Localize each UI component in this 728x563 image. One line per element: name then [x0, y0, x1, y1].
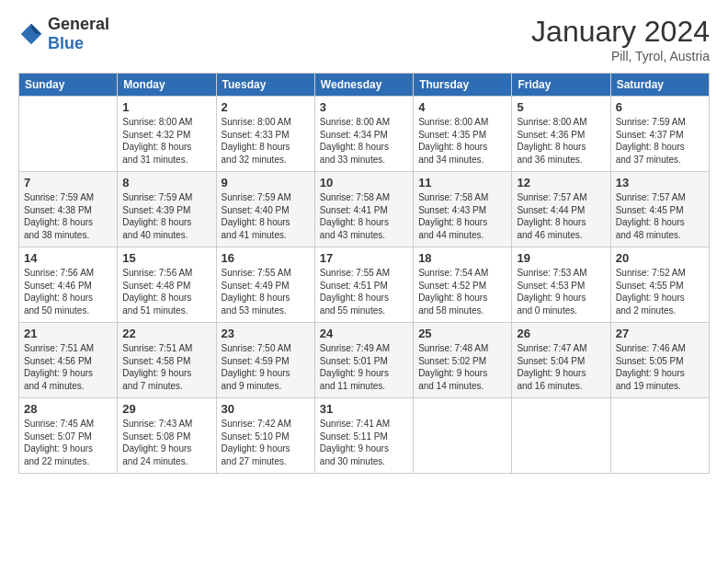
page: General Blue January 2024 Pill, Tyrol, A…: [0, 0, 728, 483]
day-info: Sunrise: 7:48 AM Sunset: 5:02 PM Dayligh…: [418, 342, 506, 392]
week-row-1: 1Sunrise: 8:00 AM Sunset: 4:32 PM Daylig…: [19, 97, 710, 172]
day-number: 9: [222, 176, 310, 190]
day-info: Sunrise: 7:51 AM Sunset: 4:56 PM Dayligh…: [24, 342, 112, 392]
day-cell: 9Sunrise: 7:59 AM Sunset: 4:40 PM Daylig…: [216, 172, 314, 247]
day-number: 24: [320, 327, 408, 340]
calendar-header-row: SundayMondayTuesdayWednesdayThursdayFrid…: [19, 74, 710, 97]
day-cell: [610, 398, 709, 474]
day-info: Sunrise: 7:45 AM Sunset: 5:07 PM Dayligh…: [24, 418, 112, 467]
day-cell: 25Sunrise: 7:48 AM Sunset: 5:02 PM Dayli…: [414, 323, 512, 398]
day-cell: 20Sunrise: 7:52 AM Sunset: 4:55 PM Dayli…: [610, 247, 709, 323]
day-info: Sunrise: 7:51 AM Sunset: 4:58 PM Dayligh…: [122, 342, 210, 392]
day-info: Sunrise: 7:59 AM Sunset: 4:39 PM Dayligh…: [122, 191, 210, 241]
day-number: 4: [418, 100, 506, 114]
day-cell: 13Sunrise: 7:57 AM Sunset: 4:45 PM Dayli…: [610, 172, 709, 247]
day-info: Sunrise: 8:00 AM Sunset: 4:33 PM Dayligh…: [222, 116, 310, 166]
day-number: 3: [320, 100, 408, 114]
day-cell: 15Sunrise: 7:56 AM Sunset: 4:48 PM Dayli…: [118, 247, 216, 323]
day-cell: 23Sunrise: 7:50 AM Sunset: 4:59 PM Dayli…: [216, 323, 314, 398]
day-cell: 3Sunrise: 8:00 AM Sunset: 4:34 PM Daylig…: [314, 97, 413, 172]
col-header-thursday: Thursday: [414, 74, 512, 97]
day-number: 19: [517, 251, 605, 265]
col-header-monday: Monday: [118, 74, 216, 97]
day-info: Sunrise: 7:41 AM Sunset: 5:11 PM Dayligh…: [320, 418, 408, 467]
week-row-3: 14Sunrise: 7:56 AM Sunset: 4:46 PM Dayli…: [19, 247, 710, 323]
day-cell: [512, 398, 610, 474]
day-number: 6: [616, 100, 704, 114]
day-cell: 28Sunrise: 7:45 AM Sunset: 5:07 PM Dayli…: [19, 398, 118, 474]
col-header-saturday: Saturday: [610, 74, 709, 97]
day-number: 31: [320, 402, 408, 416]
day-info: Sunrise: 7:58 AM Sunset: 4:41 PM Dayligh…: [320, 191, 408, 241]
day-info: Sunrise: 7:57 AM Sunset: 4:45 PM Dayligh…: [616, 191, 704, 241]
day-info: Sunrise: 7:56 AM Sunset: 4:46 PM Dayligh…: [24, 267, 112, 316]
day-number: 18: [418, 251, 506, 265]
day-info: Sunrise: 7:50 AM Sunset: 4:59 PM Dayligh…: [222, 342, 310, 392]
day-number: 21: [24, 327, 112, 340]
day-number: 25: [418, 327, 506, 340]
day-cell: 6Sunrise: 7:59 AM Sunset: 4:37 PM Daylig…: [610, 97, 709, 172]
week-row-4: 21Sunrise: 7:51 AM Sunset: 4:56 PM Dayli…: [19, 323, 710, 398]
col-header-tuesday: Tuesday: [216, 74, 314, 97]
day-number: 27: [616, 327, 704, 340]
calendar-table: SundayMondayTuesdayWednesdayThursdayFrid…: [18, 73, 710, 474]
day-info: Sunrise: 7:47 AM Sunset: 5:04 PM Dayligh…: [517, 342, 605, 392]
day-cell: [414, 398, 512, 474]
day-cell: 31Sunrise: 7:41 AM Sunset: 5:11 PM Dayli…: [314, 398, 413, 474]
day-info: Sunrise: 7:59 AM Sunset: 4:38 PM Dayligh…: [24, 191, 112, 241]
day-info: Sunrise: 7:52 AM Sunset: 4:55 PM Dayligh…: [616, 267, 704, 316]
title-block: January 2024 Pill, Tyrol, Austria: [531, 15, 710, 63]
day-cell: 19Sunrise: 7:53 AM Sunset: 4:53 PM Dayli…: [512, 247, 610, 323]
day-cell: 14Sunrise: 7:56 AM Sunset: 4:46 PM Dayli…: [19, 247, 118, 323]
day-cell: 22Sunrise: 7:51 AM Sunset: 4:58 PM Dayli…: [118, 323, 216, 398]
day-info: Sunrise: 7:55 AM Sunset: 4:51 PM Dayligh…: [320, 267, 408, 316]
day-cell: 8Sunrise: 7:59 AM Sunset: 4:39 PM Daylig…: [118, 172, 216, 247]
day-info: Sunrise: 8:00 AM Sunset: 4:36 PM Dayligh…: [517, 116, 605, 166]
logo-general: General: [48, 15, 109, 33]
day-number: 29: [122, 402, 210, 416]
day-info: Sunrise: 7:43 AM Sunset: 5:08 PM Dayligh…: [122, 418, 210, 467]
day-number: 30: [222, 402, 310, 416]
col-header-friday: Friday: [512, 74, 610, 97]
day-number: 10: [320, 176, 408, 190]
day-cell: 18Sunrise: 7:54 AM Sunset: 4:52 PM Dayli…: [414, 247, 512, 323]
day-cell: 10Sunrise: 7:58 AM Sunset: 4:41 PM Dayli…: [314, 172, 413, 247]
day-info: Sunrise: 8:00 AM Sunset: 4:32 PM Dayligh…: [122, 116, 210, 166]
day-number: 7: [24, 176, 112, 190]
day-number: 8: [122, 176, 210, 190]
day-info: Sunrise: 7:59 AM Sunset: 4:40 PM Dayligh…: [222, 191, 310, 241]
day-number: 1: [122, 100, 210, 114]
day-cell: 5Sunrise: 8:00 AM Sunset: 4:36 PM Daylig…: [512, 97, 610, 172]
day-cell: [19, 97, 118, 172]
day-info: Sunrise: 7:54 AM Sunset: 4:52 PM Dayligh…: [418, 267, 506, 316]
header: General Blue January 2024 Pill, Tyrol, A…: [18, 15, 710, 63]
day-cell: 11Sunrise: 7:58 AM Sunset: 4:43 PM Dayli…: [414, 172, 512, 247]
day-info: Sunrise: 7:55 AM Sunset: 4:49 PM Dayligh…: [222, 267, 310, 316]
logo-icon: [18, 21, 44, 47]
day-number: 22: [122, 327, 210, 340]
day-number: 17: [320, 251, 408, 265]
week-row-2: 7Sunrise: 7:59 AM Sunset: 4:38 PM Daylig…: [19, 172, 710, 247]
day-number: 5: [517, 100, 605, 114]
day-info: Sunrise: 7:53 AM Sunset: 4:53 PM Dayligh…: [517, 267, 605, 316]
day-cell: 16Sunrise: 7:55 AM Sunset: 4:49 PM Dayli…: [216, 247, 314, 323]
day-number: 13: [616, 176, 704, 190]
day-number: 12: [517, 176, 605, 190]
day-number: 2: [222, 100, 310, 114]
day-cell: 27Sunrise: 7:46 AM Sunset: 5:05 PM Dayli…: [610, 323, 709, 398]
day-number: 14: [24, 251, 112, 265]
location-subtitle: Pill, Tyrol, Austria: [531, 49, 710, 63]
logo: General Blue: [18, 15, 109, 53]
day-info: Sunrise: 7:56 AM Sunset: 4:48 PM Dayligh…: [122, 267, 210, 316]
day-cell: 1Sunrise: 8:00 AM Sunset: 4:32 PM Daylig…: [118, 97, 216, 172]
day-cell: 30Sunrise: 7:42 AM Sunset: 5:10 PM Dayli…: [216, 398, 314, 474]
day-number: 15: [122, 251, 210, 265]
day-number: 23: [222, 327, 310, 340]
day-info: Sunrise: 7:49 AM Sunset: 5:01 PM Dayligh…: [320, 342, 408, 392]
day-info: Sunrise: 7:59 AM Sunset: 4:37 PM Dayligh…: [616, 116, 704, 166]
day-number: 28: [24, 402, 112, 416]
day-cell: 26Sunrise: 7:47 AM Sunset: 5:04 PM Dayli…: [512, 323, 610, 398]
day-cell: 7Sunrise: 7:59 AM Sunset: 4:38 PM Daylig…: [19, 172, 118, 247]
day-info: Sunrise: 8:00 AM Sunset: 4:35 PM Dayligh…: [418, 116, 506, 166]
week-row-5: 28Sunrise: 7:45 AM Sunset: 5:07 PM Dayli…: [19, 398, 710, 474]
